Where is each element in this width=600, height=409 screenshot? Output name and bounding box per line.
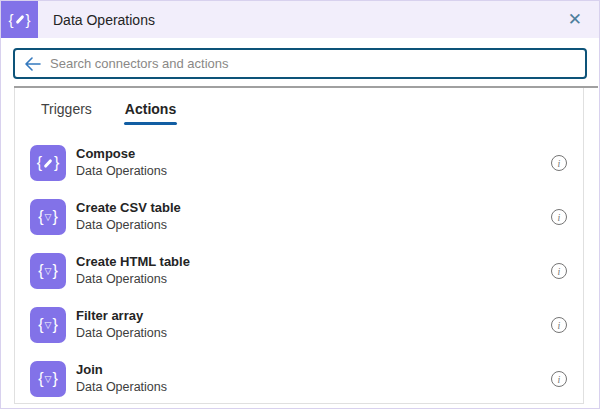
info-icon[interactable]: i bbox=[551, 209, 567, 225]
action-icon: { ▽ } bbox=[30, 253, 66, 289]
close-brace-glyph: } bbox=[54, 155, 59, 171]
close-brace-glyph: } bbox=[52, 263, 57, 279]
close-brace-glyph: } bbox=[52, 371, 57, 387]
action-text: Create CSV table Data Operations bbox=[76, 201, 181, 232]
info-icon[interactable]: i bbox=[551, 263, 567, 279]
pen-glyph bbox=[44, 158, 53, 167]
open-brace-glyph: { bbox=[38, 371, 43, 387]
action-list-item[interactable]: { ▽ } Create CSV table Data Operations i bbox=[30, 190, 571, 244]
action-subtitle: Data Operations bbox=[76, 380, 167, 394]
action-list-item[interactable]: { ▽ } Filter array Data Operations i bbox=[30, 298, 571, 352]
action-text: Filter array Data Operations bbox=[76, 309, 167, 340]
open-brace-glyph: { bbox=[8, 12, 13, 27]
panel-header: { } Data Operations ✕ bbox=[1, 1, 599, 38]
funnel-glyph: ▽ bbox=[45, 320, 52, 329]
action-title: Join bbox=[76, 363, 167, 378]
action-text: Compose Data Operations bbox=[76, 147, 167, 178]
info-icon[interactable]: i bbox=[551, 317, 567, 333]
panel-title: Data Operations bbox=[53, 12, 155, 28]
action-title: Create HTML table bbox=[76, 255, 190, 270]
tab-actions[interactable]: Actions bbox=[124, 101, 177, 125]
action-text: Join Data Operations bbox=[76, 363, 167, 394]
action-subtitle: Data Operations bbox=[76, 326, 167, 340]
pen-glyph bbox=[15, 15, 24, 24]
action-icon: { ▽ } bbox=[30, 307, 66, 343]
data-operations-connector-icon: { } bbox=[1, 1, 38, 38]
funnel-glyph: ▽ bbox=[45, 266, 52, 275]
data-operations-panel: { } Data Operations ✕ Triggers Actions { bbox=[0, 0, 600, 409]
action-list-item[interactable]: { ▽ } Create HTML table Data Operations … bbox=[30, 244, 571, 298]
open-brace-glyph: { bbox=[38, 317, 43, 333]
open-brace-glyph: { bbox=[38, 209, 43, 225]
search-input[interactable] bbox=[50, 56, 576, 71]
funnel-glyph: ▽ bbox=[45, 374, 52, 383]
action-list: { } Compose Data Operations i { ▽ } Crea… bbox=[15, 125, 583, 403]
back-arrow-icon[interactable] bbox=[24, 57, 41, 71]
action-text: Create HTML table Data Operations bbox=[76, 255, 190, 286]
close-brace-glyph: } bbox=[52, 317, 57, 333]
action-list-item[interactable]: { } Compose Data Operations i bbox=[30, 136, 571, 190]
info-icon[interactable]: i bbox=[551, 155, 567, 171]
open-brace-glyph: { bbox=[38, 263, 43, 279]
info-icon[interactable]: i bbox=[551, 371, 567, 387]
close-brace-glyph: } bbox=[52, 209, 57, 225]
tab-triggers[interactable]: Triggers bbox=[40, 101, 93, 125]
close-brace-glyph: } bbox=[26, 12, 31, 27]
action-icon: { ▽ } bbox=[30, 361, 66, 397]
funnel-glyph: ▽ bbox=[45, 212, 52, 221]
action-subtitle: Data Operations bbox=[76, 218, 181, 232]
tab-bar: Triggers Actions bbox=[15, 88, 583, 125]
action-title: Filter array bbox=[76, 309, 167, 324]
results-card: Triggers Actions { } Compose Data Operat… bbox=[14, 88, 584, 404]
action-list-item[interactable]: { ▽ } Join Data Operations i bbox=[30, 352, 571, 403]
action-icon: { ▽ } bbox=[30, 199, 66, 235]
open-brace-glyph: { bbox=[37, 155, 42, 171]
search-section bbox=[1, 38, 599, 86]
action-title: Compose bbox=[76, 147, 167, 162]
search-box[interactable] bbox=[13, 48, 587, 79]
action-icon: { } bbox=[30, 145, 66, 181]
action-subtitle: Data Operations bbox=[76, 272, 190, 286]
close-icon[interactable]: ✕ bbox=[564, 9, 586, 30]
action-subtitle: Data Operations bbox=[76, 164, 167, 178]
action-title: Create CSV table bbox=[76, 201, 181, 216]
